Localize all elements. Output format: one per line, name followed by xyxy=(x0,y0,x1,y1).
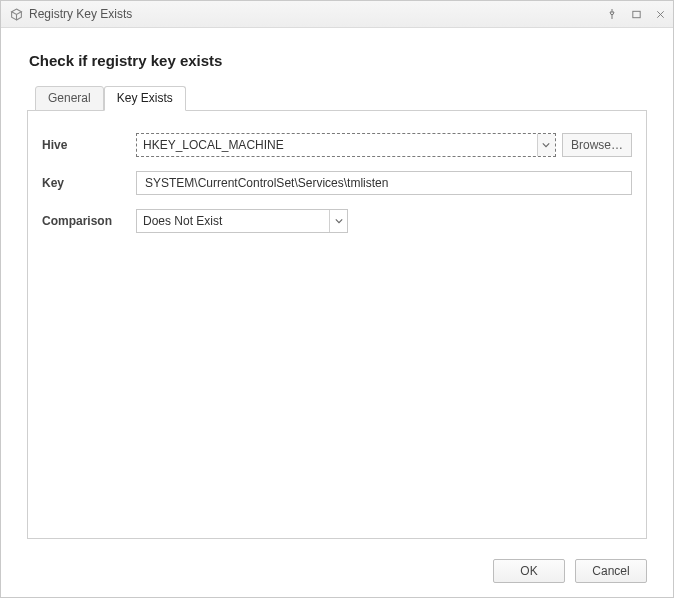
tabpanel-key-exists: Hive HKEY_LOCAL_MACHINE Browse… xyxy=(27,110,647,539)
label-key: Key xyxy=(42,176,136,190)
ok-label: OK xyxy=(520,564,537,578)
row-hive: Hive HKEY_LOCAL_MACHINE Browse… xyxy=(42,133,632,157)
browse-button[interactable]: Browse… xyxy=(562,133,632,157)
chevron-down-icon[interactable] xyxy=(537,134,555,156)
comparison-select[interactable]: Does Not Exist xyxy=(136,209,348,233)
tab-general[interactable]: General xyxy=(35,86,104,111)
key-input-wrap xyxy=(136,171,632,195)
comparison-value: Does Not Exist xyxy=(143,214,222,228)
dialog-window: Registry Key Exists Check if registry ke… xyxy=(0,0,674,598)
cube-icon xyxy=(9,7,23,21)
label-hive: Hive xyxy=(42,138,136,152)
chevron-down-icon[interactable] xyxy=(329,210,347,232)
cancel-button[interactable]: Cancel xyxy=(575,559,647,583)
ok-button[interactable]: OK xyxy=(493,559,565,583)
tabs: General Key Exists Hive HKEY_LOCAL_MACHI… xyxy=(27,85,647,539)
tab-key-exists[interactable]: Key Exists xyxy=(104,86,186,111)
hive-combobox[interactable]: HKEY_LOCAL_MACHINE xyxy=(136,133,556,157)
close-icon[interactable] xyxy=(653,7,667,21)
cancel-label: Cancel xyxy=(592,564,629,578)
row-comparison: Comparison Does Not Exist xyxy=(42,209,632,233)
dialog-content: Check if registry key exists General Key… xyxy=(1,28,673,549)
key-input[interactable] xyxy=(143,175,625,191)
window-controls xyxy=(605,7,667,21)
page-title: Check if registry key exists xyxy=(29,52,647,69)
pin-icon[interactable] xyxy=(605,7,619,21)
hive-value: HKEY_LOCAL_MACHINE xyxy=(143,138,284,152)
titlebar: Registry Key Exists xyxy=(1,1,673,28)
button-bar: OK Cancel xyxy=(1,549,673,597)
label-comparison: Comparison xyxy=(42,214,136,228)
tabstrip: General Key Exists xyxy=(35,85,647,110)
browse-label: Browse… xyxy=(571,138,623,152)
row-key: Key xyxy=(42,171,632,195)
svg-rect-0 xyxy=(632,11,639,17)
maximize-icon[interactable] xyxy=(629,7,643,21)
window-title: Registry Key Exists xyxy=(29,7,605,21)
